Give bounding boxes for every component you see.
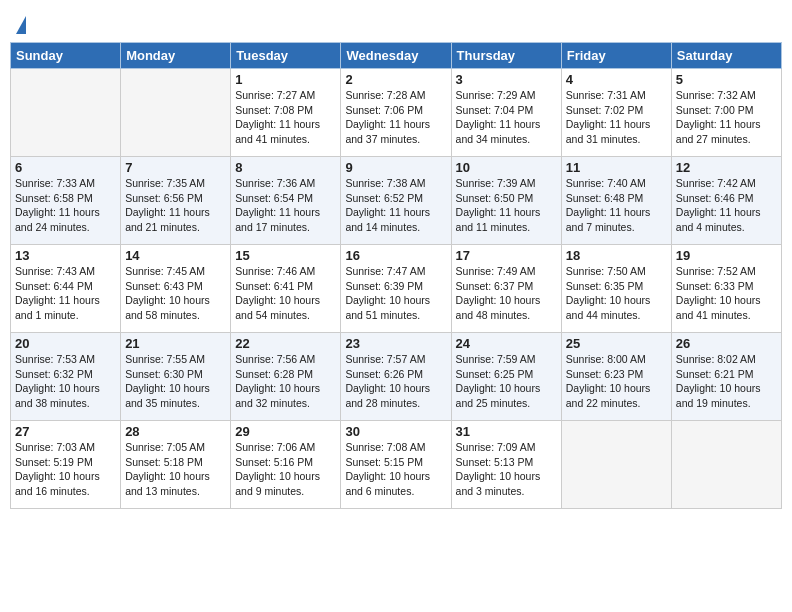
- day-info: Sunrise: 7:35 AMSunset: 6:56 PMDaylight:…: [125, 176, 226, 235]
- day-info: Sunrise: 7:08 AMSunset: 5:15 PMDaylight:…: [345, 440, 446, 499]
- day-info: Sunrise: 7:06 AMSunset: 5:16 PMDaylight:…: [235, 440, 336, 499]
- week-row-1: 1Sunrise: 7:27 AMSunset: 7:08 PMDaylight…: [11, 69, 782, 157]
- calendar-cell: 27Sunrise: 7:03 AMSunset: 5:19 PMDayligh…: [11, 421, 121, 509]
- day-number: 30: [345, 424, 446, 439]
- calendar-cell: [671, 421, 781, 509]
- day-info: Sunrise: 7:53 AMSunset: 6:32 PMDaylight:…: [15, 352, 116, 411]
- day-info: Sunrise: 7:36 AMSunset: 6:54 PMDaylight:…: [235, 176, 336, 235]
- day-info: Sunrise: 7:45 AMSunset: 6:43 PMDaylight:…: [125, 264, 226, 323]
- day-number: 14: [125, 248, 226, 263]
- calendar-cell: [561, 421, 671, 509]
- calendar-cell: 1Sunrise: 7:27 AMSunset: 7:08 PMDaylight…: [231, 69, 341, 157]
- day-number: 9: [345, 160, 446, 175]
- calendar-cell: 4Sunrise: 7:31 AMSunset: 7:02 PMDaylight…: [561, 69, 671, 157]
- calendar-cell: 9Sunrise: 7:38 AMSunset: 6:52 PMDaylight…: [341, 157, 451, 245]
- calendar-cell: 25Sunrise: 8:00 AMSunset: 6:23 PMDayligh…: [561, 333, 671, 421]
- day-number: 21: [125, 336, 226, 351]
- day-info: Sunrise: 7:46 AMSunset: 6:41 PMDaylight:…: [235, 264, 336, 323]
- day-info: Sunrise: 7:05 AMSunset: 5:18 PMDaylight:…: [125, 440, 226, 499]
- calendar-cell: 3Sunrise: 7:29 AMSunset: 7:04 PMDaylight…: [451, 69, 561, 157]
- day-number: 12: [676, 160, 777, 175]
- weekday-header-row: SundayMondayTuesdayWednesdayThursdayFrid…: [11, 43, 782, 69]
- weekday-header-sunday: Sunday: [11, 43, 121, 69]
- weekday-header-monday: Monday: [121, 43, 231, 69]
- day-number: 25: [566, 336, 667, 351]
- day-info: Sunrise: 7:33 AMSunset: 6:58 PMDaylight:…: [15, 176, 116, 235]
- week-row-4: 20Sunrise: 7:53 AMSunset: 6:32 PMDayligh…: [11, 333, 782, 421]
- day-info: Sunrise: 7:50 AMSunset: 6:35 PMDaylight:…: [566, 264, 667, 323]
- calendar-cell: 10Sunrise: 7:39 AMSunset: 6:50 PMDayligh…: [451, 157, 561, 245]
- calendar-table: SundayMondayTuesdayWednesdayThursdayFrid…: [10, 42, 782, 509]
- calendar-cell: 24Sunrise: 7:59 AMSunset: 6:25 PMDayligh…: [451, 333, 561, 421]
- day-number: 24: [456, 336, 557, 351]
- day-info: Sunrise: 8:02 AMSunset: 6:21 PMDaylight:…: [676, 352, 777, 411]
- day-info: Sunrise: 7:09 AMSunset: 5:13 PMDaylight:…: [456, 440, 557, 499]
- day-number: 26: [676, 336, 777, 351]
- day-number: 5: [676, 72, 777, 87]
- weekday-header-saturday: Saturday: [671, 43, 781, 69]
- week-row-2: 6Sunrise: 7:33 AMSunset: 6:58 PMDaylight…: [11, 157, 782, 245]
- day-number: 4: [566, 72, 667, 87]
- day-info: Sunrise: 8:00 AMSunset: 6:23 PMDaylight:…: [566, 352, 667, 411]
- day-info: Sunrise: 7:32 AMSunset: 7:00 PMDaylight:…: [676, 88, 777, 147]
- day-number: 18: [566, 248, 667, 263]
- logo-icon: [16, 16, 26, 34]
- day-number: 29: [235, 424, 336, 439]
- day-number: 22: [235, 336, 336, 351]
- day-info: Sunrise: 7:49 AMSunset: 6:37 PMDaylight:…: [456, 264, 557, 323]
- weekday-header-friday: Friday: [561, 43, 671, 69]
- day-info: Sunrise: 7:56 AMSunset: 6:28 PMDaylight:…: [235, 352, 336, 411]
- calendar-cell: 7Sunrise: 7:35 AMSunset: 6:56 PMDaylight…: [121, 157, 231, 245]
- page-header: [10, 10, 782, 34]
- day-number: 28: [125, 424, 226, 439]
- calendar-cell: 8Sunrise: 7:36 AMSunset: 6:54 PMDaylight…: [231, 157, 341, 245]
- day-info: Sunrise: 7:31 AMSunset: 7:02 PMDaylight:…: [566, 88, 667, 147]
- week-row-3: 13Sunrise: 7:43 AMSunset: 6:44 PMDayligh…: [11, 245, 782, 333]
- calendar-cell: [121, 69, 231, 157]
- calendar-cell: 31Sunrise: 7:09 AMSunset: 5:13 PMDayligh…: [451, 421, 561, 509]
- calendar-cell: 15Sunrise: 7:46 AMSunset: 6:41 PMDayligh…: [231, 245, 341, 333]
- calendar-cell: 6Sunrise: 7:33 AMSunset: 6:58 PMDaylight…: [11, 157, 121, 245]
- day-number: 20: [15, 336, 116, 351]
- calendar-cell: 12Sunrise: 7:42 AMSunset: 6:46 PMDayligh…: [671, 157, 781, 245]
- calendar-cell: 19Sunrise: 7:52 AMSunset: 6:33 PMDayligh…: [671, 245, 781, 333]
- calendar-cell: 11Sunrise: 7:40 AMSunset: 6:48 PMDayligh…: [561, 157, 671, 245]
- calendar-cell: 22Sunrise: 7:56 AMSunset: 6:28 PMDayligh…: [231, 333, 341, 421]
- day-number: 23: [345, 336, 446, 351]
- calendar-cell: 30Sunrise: 7:08 AMSunset: 5:15 PMDayligh…: [341, 421, 451, 509]
- day-info: Sunrise: 7:40 AMSunset: 6:48 PMDaylight:…: [566, 176, 667, 235]
- calendar-cell: 13Sunrise: 7:43 AMSunset: 6:44 PMDayligh…: [11, 245, 121, 333]
- day-info: Sunrise: 7:52 AMSunset: 6:33 PMDaylight:…: [676, 264, 777, 323]
- weekday-header-tuesday: Tuesday: [231, 43, 341, 69]
- calendar-cell: 16Sunrise: 7:47 AMSunset: 6:39 PMDayligh…: [341, 245, 451, 333]
- day-number: 8: [235, 160, 336, 175]
- day-info: Sunrise: 7:27 AMSunset: 7:08 PMDaylight:…: [235, 88, 336, 147]
- day-info: Sunrise: 7:47 AMSunset: 6:39 PMDaylight:…: [345, 264, 446, 323]
- calendar-cell: 17Sunrise: 7:49 AMSunset: 6:37 PMDayligh…: [451, 245, 561, 333]
- calendar-cell: 5Sunrise: 7:32 AMSunset: 7:00 PMDaylight…: [671, 69, 781, 157]
- calendar-cell: 28Sunrise: 7:05 AMSunset: 5:18 PMDayligh…: [121, 421, 231, 509]
- day-number: 19: [676, 248, 777, 263]
- logo: [14, 16, 26, 34]
- day-number: 31: [456, 424, 557, 439]
- calendar-cell: 26Sunrise: 8:02 AMSunset: 6:21 PMDayligh…: [671, 333, 781, 421]
- calendar-cell: 14Sunrise: 7:45 AMSunset: 6:43 PMDayligh…: [121, 245, 231, 333]
- week-row-5: 27Sunrise: 7:03 AMSunset: 5:19 PMDayligh…: [11, 421, 782, 509]
- calendar-cell: 2Sunrise: 7:28 AMSunset: 7:06 PMDaylight…: [341, 69, 451, 157]
- day-number: 11: [566, 160, 667, 175]
- calendar-cell: 29Sunrise: 7:06 AMSunset: 5:16 PMDayligh…: [231, 421, 341, 509]
- day-info: Sunrise: 7:42 AMSunset: 6:46 PMDaylight:…: [676, 176, 777, 235]
- day-info: Sunrise: 7:03 AMSunset: 5:19 PMDaylight:…: [15, 440, 116, 499]
- day-info: Sunrise: 7:43 AMSunset: 6:44 PMDaylight:…: [15, 264, 116, 323]
- day-info: Sunrise: 7:29 AMSunset: 7:04 PMDaylight:…: [456, 88, 557, 147]
- day-number: 10: [456, 160, 557, 175]
- calendar-cell: 23Sunrise: 7:57 AMSunset: 6:26 PMDayligh…: [341, 333, 451, 421]
- day-info: Sunrise: 7:59 AMSunset: 6:25 PMDaylight:…: [456, 352, 557, 411]
- day-number: 17: [456, 248, 557, 263]
- day-number: 13: [15, 248, 116, 263]
- calendar-cell: 18Sunrise: 7:50 AMSunset: 6:35 PMDayligh…: [561, 245, 671, 333]
- day-info: Sunrise: 7:38 AMSunset: 6:52 PMDaylight:…: [345, 176, 446, 235]
- day-number: 16: [345, 248, 446, 263]
- weekday-header-thursday: Thursday: [451, 43, 561, 69]
- day-info: Sunrise: 7:55 AMSunset: 6:30 PMDaylight:…: [125, 352, 226, 411]
